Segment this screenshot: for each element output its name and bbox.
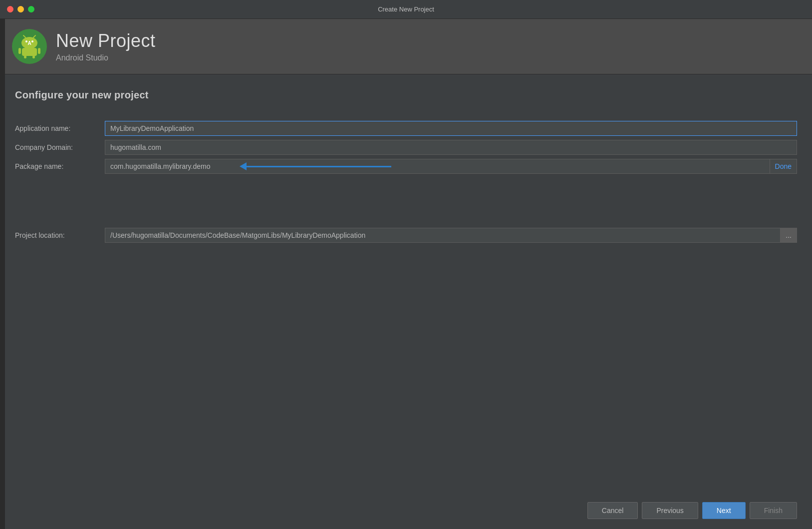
main-content: Configure your new project Application n… xyxy=(0,74,812,492)
svg-rect-7 xyxy=(38,48,40,54)
package-name-input[interactable] xyxy=(105,159,770,174)
application-name-input[interactable] xyxy=(105,121,797,136)
svg-rect-9 xyxy=(32,55,35,58)
header-text: New Project Android Studio xyxy=(56,30,156,62)
svg-rect-8 xyxy=(24,55,26,58)
application-name-input-wrapper xyxy=(105,121,797,136)
application-name-label: Application name: xyxy=(15,124,105,132)
section-title: Configure your new project xyxy=(15,89,797,101)
form-area: Application name: Company Domain: Packag… xyxy=(15,121,797,247)
android-logo: A xyxy=(12,29,47,64)
browse-button[interactable]: ... xyxy=(781,228,797,243)
svg-rect-5 xyxy=(22,48,37,56)
header-subtitle: Android Studio xyxy=(56,53,156,62)
title-bar: Create New Project xyxy=(0,0,812,19)
company-domain-input-wrapper xyxy=(105,140,797,155)
project-location-row: Project location: ... xyxy=(15,228,797,243)
next-button[interactable]: Next xyxy=(702,502,746,519)
footer: Cancel Previous Next Finish xyxy=(0,492,812,529)
project-location-input[interactable] xyxy=(105,228,781,243)
cancel-button[interactable]: Cancel xyxy=(587,502,638,519)
header-title: New Project xyxy=(56,30,156,51)
svg-line-4 xyxy=(33,35,35,38)
header: A New Project Android Studio xyxy=(0,19,812,74)
package-name-label: Package name: xyxy=(15,162,105,170)
minimize-button[interactable] xyxy=(17,6,24,12)
finish-button[interactable]: Finish xyxy=(750,502,797,519)
previous-button[interactable]: Previous xyxy=(642,502,698,519)
close-button[interactable] xyxy=(7,6,13,12)
company-domain-input[interactable] xyxy=(105,140,797,155)
done-link[interactable]: Done xyxy=(770,159,797,174)
window: Create New Project xyxy=(0,0,812,529)
company-domain-row: Company Domain: xyxy=(15,140,797,155)
location-input-wrapper: ... xyxy=(105,228,797,243)
window-controls xyxy=(7,6,34,12)
svg-rect-6 xyxy=(18,48,21,54)
left-strip xyxy=(0,19,5,529)
project-location-label: Project location: xyxy=(15,231,105,239)
window-title: Create New Project xyxy=(378,5,434,13)
svg-line-3 xyxy=(23,35,26,38)
maximize-button[interactable] xyxy=(28,6,34,12)
company-domain-label: Company Domain: xyxy=(15,143,105,151)
svg-text:A: A xyxy=(27,40,31,46)
package-name-row: Package name: Done xyxy=(15,159,797,174)
android-icon: A xyxy=(17,34,42,59)
application-name-row: Application name: xyxy=(15,121,797,136)
svg-point-2 xyxy=(31,40,33,42)
package-input-container: Done xyxy=(105,159,797,174)
